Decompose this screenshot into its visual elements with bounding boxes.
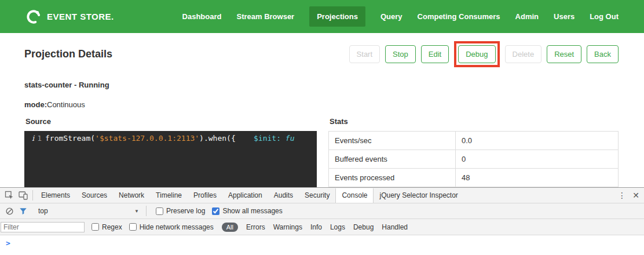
- line-number: 1: [37, 134, 42, 194]
- nav-item-dashboard[interactable]: Dashboard: [182, 6, 222, 27]
- tab-timeline[interactable]: Timeline: [150, 188, 188, 203]
- regex-checkbox[interactable]: [92, 223, 99, 231]
- back-button[interactable]: Back: [587, 45, 619, 63]
- stat-value: 0.0: [455, 132, 618, 150]
- projection-status: stats-counter - Running: [24, 81, 619, 89]
- console-prompt-icon: >: [6, 239, 10, 247]
- source-heading: Source: [25, 117, 317, 126]
- log-level-logs[interactable]: Logs: [330, 223, 345, 231]
- top-navbar: EVENT STORE. Dashboard Stream Browser Pr…: [0, 0, 644, 33]
- code-line: fromStream('$stats-127.0.0.1:2113').when…: [45, 131, 295, 194]
- page-title: Projection Details: [24, 48, 112, 60]
- nav-item-admin[interactable]: Admin: [515, 6, 539, 27]
- gutter-info-icon: i: [32, 134, 34, 194]
- tab-sources[interactable]: Sources: [76, 188, 113, 203]
- context-selected-value: top: [34, 207, 134, 215]
- editor-gutter: i 1: [24, 131, 45, 194]
- main-content: Projection Details Start Stop Edit Debug…: [0, 45, 644, 205]
- eventstore-brand[interactable]: EVENT STORE.: [25, 9, 114, 25]
- filter-funnel-icon[interactable]: [16, 204, 30, 218]
- stat-label: Events processed: [329, 169, 455, 187]
- console-filter-bar: Regex Hide network messages All Errors W…: [0, 219, 644, 235]
- start-button[interactable]: Start: [349, 45, 380, 63]
- source-code-editor[interactable]: i 1 fromStream('$stats-127.0.0.1:2113').…: [24, 131, 317, 194]
- regex-option[interactable]: Regex: [92, 223, 122, 231]
- nav-item-log-out[interactable]: Log Out: [590, 6, 619, 27]
- projection-action-buttons: Start Stop Edit Debug Delete Reset Back: [349, 45, 619, 63]
- log-level-errors[interactable]: Errors: [246, 223, 265, 231]
- tab-profiles[interactable]: Profiles: [188, 188, 222, 203]
- debug-highlight-box: Debug: [454, 41, 499, 67]
- nav-item-users[interactable]: Users: [554, 6, 575, 27]
- device-toolbar-icon[interactable]: [16, 188, 30, 202]
- stat-value: 0: [455, 150, 618, 168]
- devtools-panel: Elements Sources Network Timeline Profil…: [0, 187, 644, 255]
- brand-title: EVENT STORE.: [47, 12, 114, 21]
- stop-button[interactable]: Stop: [385, 45, 416, 63]
- preserve-log-label: Preserve log: [166, 207, 205, 215]
- tab-console[interactable]: Console: [335, 188, 374, 203]
- preserve-log-checkbox[interactable]: [156, 207, 163, 215]
- mode-label: mode:: [24, 100, 47, 109]
- nav-item-projections[interactable]: Projections: [309, 6, 365, 27]
- stats-row-events-per-sec: Events/sec 0.0: [329, 132, 618, 150]
- code-token: [236, 134, 254, 143]
- stats-row-buffered-events: Buffered events 0: [329, 150, 618, 169]
- stat-value: 48: [455, 169, 618, 187]
- stats-heading: Stats: [330, 117, 619, 126]
- log-level-debug[interactable]: Debug: [353, 223, 374, 231]
- preserve-log-option[interactable]: Preserve log: [156, 207, 205, 215]
- nav-item-query[interactable]: Query: [380, 6, 402, 27]
- code-token: fromStream(: [45, 134, 95, 143]
- devtools-tab-bar: Elements Sources Network Timeline Profil…: [0, 188, 644, 203]
- stats-row-events-processed: Events processed 48: [329, 169, 618, 187]
- devtools-close-icon[interactable]: ✕: [629, 188, 643, 202]
- divider: [146, 206, 147, 216]
- reset-button[interactable]: Reset: [547, 45, 581, 63]
- log-level-warnings[interactable]: Warnings: [273, 223, 302, 231]
- chevron-down-icon: ▼: [134, 209, 139, 214]
- nav-item-competing-consumers[interactable]: Competing Consumers: [418, 6, 500, 27]
- tab-network[interactable]: Network: [113, 188, 150, 203]
- divider: [32, 190, 33, 201]
- nav-menu: Dashboard Stream Browser Projections Que…: [182, 6, 619, 27]
- stat-label: Buffered events: [329, 150, 455, 168]
- log-level-info[interactable]: Info: [310, 223, 322, 231]
- delete-button[interactable]: Delete: [505, 45, 542, 63]
- clear-console-icon[interactable]: [2, 204, 16, 218]
- edit-button[interactable]: Edit: [421, 45, 449, 63]
- console-toolbar: top ▼ Preserve log Show all messages: [0, 203, 644, 219]
- regex-label: Regex: [102, 223, 122, 231]
- console-filter-input[interactable]: [1, 222, 85, 232]
- devtools-menu-icon[interactable]: ⋮: [615, 188, 629, 202]
- inspect-element-icon[interactable]: [2, 188, 16, 202]
- projection-mode: mode:Continuous: [24, 100, 619, 109]
- execution-context-selector[interactable]: top ▼: [34, 207, 144, 215]
- eventstore-logo-icon: [25, 9, 42, 25]
- console-input-line[interactable]: >: [0, 235, 644, 255]
- tab-audits[interactable]: Audits: [268, 188, 299, 203]
- tab-elements[interactable]: Elements: [35, 188, 76, 203]
- show-all-messages-checkbox[interactable]: [212, 207, 219, 215]
- tab-jquery-selector-inspector[interactable]: jQuery Selector Inspector: [374, 188, 463, 203]
- hide-network-messages-label: Hide network messages: [140, 223, 214, 231]
- code-token-keyword: fu: [281, 134, 294, 143]
- code-token-string: '$stats-127.0.0.1:2113': [95, 134, 199, 143]
- code-token-keyword: $init:: [254, 134, 281, 143]
- hide-network-messages-checkbox[interactable]: [129, 223, 137, 231]
- stat-label: Events/sec: [329, 132, 455, 150]
- show-all-messages-option[interactable]: Show all messages: [212, 207, 282, 215]
- log-level-handled[interactable]: Handled: [382, 223, 408, 231]
- nav-item-stream-browser[interactable]: Stream Browser: [236, 6, 294, 27]
- hide-network-messages-option[interactable]: Hide network messages: [129, 223, 214, 231]
- show-all-messages-label: Show all messages: [222, 207, 282, 215]
- debug-button[interactable]: Debug: [458, 45, 495, 63]
- mode-value: Continuous: [47, 100, 85, 109]
- code-token: ).when({: [199, 134, 236, 143]
- log-level-all[interactable]: All: [222, 223, 238, 232]
- tab-security[interactable]: Security: [299, 188, 335, 203]
- tab-application[interactable]: Application: [222, 188, 268, 203]
